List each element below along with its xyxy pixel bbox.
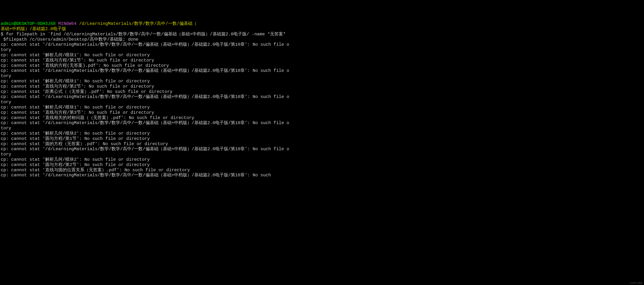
output-line: cp: cannot stat '/d/LearningMaterials/数学… [1, 120, 643, 126]
terminal-content[interactable]: admin@DESKTOP-0DH3J68 MINGW64 /d/Learnin… [1, 21, 643, 178]
output-line: cp: cannot stat '/d/LearningMaterials/数学… [1, 68, 643, 73]
prompt-mingw: MINGW64 [58, 21, 76, 26]
output-line: cp: cannot stat '直线与圆的位置关系（无答案）.pdf': No… [1, 168, 643, 173]
output-line: tory [1, 47, 643, 53]
prompt-path-2: 基础+中档版）/基础篇2.0电子版 [1, 26, 643, 32]
prompt-line-1: admin@DESKTOP-0DH3J68 MINGW64 /d/Learnin… [1, 21, 643, 26]
output-line: cp: cannot stat '直线与方程/第2节': No such fil… [1, 84, 643, 89]
output-line: cp: cannot stat '圆与方程/第1节': No such file… [1, 136, 643, 142]
output-line: tory [1, 73, 643, 79]
output-line: cp: cannot stat '圆的方程（无答案）.pdf': No such… [1, 142, 643, 147]
output-line: cp: cannot stat '解析几何/模块1': No such file… [1, 105, 643, 110]
output-line: cp: cannot stat '圆与方程/第2节': No such file… [1, 162, 643, 168]
output-line: tory [1, 100, 643, 105]
command-line-1: $ for filepath in `find /d/LearningMater… [1, 32, 643, 37]
output-line: cp: cannot stat '直线与方程/第1节': No such fil… [1, 58, 643, 63]
output-line: cp: cannot stat '/d/LearningMaterials/数学… [1, 42, 643, 47]
output-line: cp: cannot stat '直线与方程/第3节': No such fil… [1, 110, 643, 115]
prompt-user: admin@DESKTOP-0DH3J68 [1, 21, 56, 26]
prompt-path-1: /d/LearningMaterials/数学/数学/高中/一数/偏基础（ [79, 21, 197, 26]
output-line: cp: cannot stat '距离公式（（无答案）.pdf': No suc… [1, 89, 643, 94]
output-line: cp: cannot stat '直线的方程(无答案).pdf': No suc… [1, 63, 643, 68]
command-line-2: $filepath /c/Users/admin/Desktop/高中数学/基础… [1, 37, 643, 42]
output-line: cp: cannot stat '解析几何/模块1': No such file… [1, 79, 643, 84]
output-line: cp: cannot stat '解析几何/模块2': No such file… [1, 131, 643, 136]
output-line: cp: cannot stat '/d/LearningMaterials/数学… [1, 94, 643, 100]
output-line: cp: cannot stat '解析几何/模块1': No such file… [1, 53, 643, 58]
output-line: tory [1, 152, 643, 157]
output-line: cp: cannot stat '/d/LearningMaterials/数学… [1, 147, 643, 152]
output-line: tory [1, 126, 643, 131]
output-line: cp: cannot stat '/d/LearningMaterials/数学… [1, 173, 643, 178]
output-line: cp: cannot stat '解析几何/模块2': No such file… [1, 157, 643, 162]
output-line: cp: cannot stat '直线相关的对称问题（（无答案）.pdf': N… [1, 115, 643, 121]
